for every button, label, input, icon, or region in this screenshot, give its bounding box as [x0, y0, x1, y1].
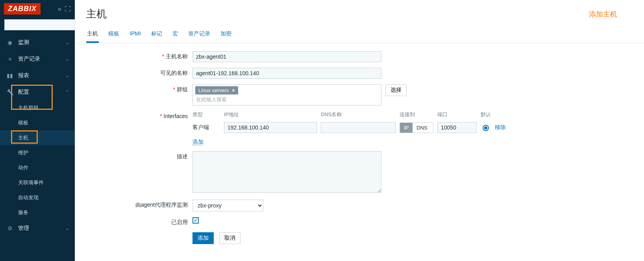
remove-tag-icon[interactable]: ×	[232, 87, 235, 93]
section-label: 监测	[18, 39, 65, 46]
label-host-name: 主机名称	[166, 53, 188, 59]
gear-icon: ⚙	[6, 225, 14, 231]
connect-to-toggle[interactable]: IP DNS	[400, 122, 433, 133]
sidebar-section-configuration[interactable]: 🔧 配置 ⌃	[0, 84, 75, 100]
enabled-checkbox[interactable]: ✓	[192, 217, 199, 224]
iface-type: 客户端	[192, 124, 224, 131]
remove-iface-link[interactable]: 移除	[495, 124, 506, 130]
tab-ipmi[interactable]: IPMI	[129, 28, 142, 43]
add-button[interactable]: 添加	[192, 232, 214, 244]
bar-chart-icon: ▮▮	[6, 72, 14, 79]
select-groups-button[interactable]: 选择	[385, 84, 407, 96]
sidebar-item-services[interactable]: 服务	[0, 205, 75, 220]
label-description: 描述	[177, 153, 188, 159]
iface-dns-input[interactable]	[321, 122, 396, 133]
sidebar-item-hostgroups[interactable]: 主机群组	[0, 100, 75, 115]
list-icon: ≡	[6, 56, 14, 62]
groups-placeholder: 在此输入搜索	[195, 94, 379, 104]
connect-to-dns[interactable]: DNS	[413, 123, 431, 133]
add-host-link[interactable]: 添加主机	[589, 9, 633, 19]
cancel-button[interactable]: 取消	[219, 232, 241, 244]
sidebar-item-maintenance[interactable]: 维护	[0, 145, 75, 160]
tab-bar: 主机 模板 IPMI 标记 宏 资产记录 加密	[75, 24, 644, 43]
sidebar-section-monitoring[interactable]: ◉ 监测 ⌄	[0, 34, 75, 51]
tab-inventory[interactable]: 资产记录	[187, 28, 211, 43]
eye-icon: ◉	[6, 39, 14, 46]
chevron-down-icon: ⌄	[65, 73, 69, 78]
col-default: 默认	[481, 111, 495, 118]
sidebar: ZABBIX « ⛶ 🔍 ◉ 监测 ⌄ ≡ 资产记录 ⌄ ▮▮ 报表 ⌄	[0, 0, 75, 261]
sidebar-item-hosts[interactable]: 主机	[0, 130, 75, 145]
label-visible-name: 可见的名称	[160, 70, 188, 76]
visible-name-input[interactable]	[192, 68, 381, 79]
sidebar-section-admin[interactable]: ⚙ 管理 ⌄	[0, 220, 75, 237]
collapse-icon[interactable]: «	[58, 6, 61, 13]
col-port: 端口	[437, 111, 481, 118]
tab-tags[interactable]: 标记	[150, 28, 163, 43]
iface-ip-input[interactable]	[224, 122, 317, 133]
proxy-select[interactable]: zbx-proxy	[192, 200, 263, 211]
label-enabled: 已启用	[171, 219, 188, 225]
label-monitored-by: 由agent代理程序监测	[135, 202, 188, 208]
sidebar-section-reports[interactable]: ▮▮ 报表 ⌄	[0, 67, 75, 84]
description-textarea[interactable]	[192, 151, 381, 193]
label-groups: 群组	[177, 86, 188, 93]
chevron-down-icon: ⌄	[65, 56, 69, 62]
sidebar-item-actions[interactable]: 动作	[0, 160, 75, 175]
groups-multiselect[interactable]: Linux servers × 在此输入搜索	[192, 84, 381, 106]
interfaces-header: 类型 IP地址 DNS名称 连接到 端口 默认	[192, 111, 514, 120]
wrench-icon: 🔧	[6, 89, 14, 95]
page-title: 主机	[86, 7, 107, 21]
group-tag-label: Linux servers	[198, 87, 229, 93]
sidebar-item-correlation[interactable]: 关联项事件	[0, 175, 75, 190]
chevron-up-icon: ⌃	[65, 89, 69, 95]
tab-host[interactable]: 主机	[86, 28, 99, 43]
fullscreen-icon[interactable]: ⛶	[65, 6, 71, 13]
sidebar-section-inventory[interactable]: ≡ 资产记录 ⌄	[0, 51, 75, 67]
col-conn: 连接到	[400, 111, 437, 118]
add-interface-link[interactable]: 添加	[192, 139, 204, 145]
iface-port-input[interactable]	[437, 122, 477, 133]
tab-templates[interactable]: 模板	[107, 28, 120, 43]
brand-logo: ZABBIX	[4, 3, 41, 15]
label-interfaces: Interfaces	[164, 113, 188, 119]
section-label: 配置	[18, 89, 65, 96]
host-name-input[interactable]	[192, 51, 381, 62]
section-label: 报表	[18, 72, 65, 79]
interface-row: 客户端 IP DNS 移除	[192, 120, 514, 135]
col-ip: IP地址	[224, 111, 321, 118]
sidebar-item-discovery[interactable]: 自动发现	[0, 190, 75, 205]
section-label: 管理	[18, 225, 65, 232]
chevron-down-icon: ⌄	[65, 226, 69, 231]
sidebar-item-templates[interactable]: 模板	[0, 115, 75, 130]
section-label: 资产记录	[18, 56, 65, 63]
connect-to-ip[interactable]: IP	[400, 123, 413, 133]
search-input[interactable]	[4, 19, 80, 30]
group-tag[interactable]: Linux servers ×	[195, 86, 238, 94]
tab-macros[interactable]: 宏	[172, 28, 179, 43]
default-iface-radio[interactable]	[483, 125, 489, 131]
col-type: 类型	[192, 111, 224, 118]
col-dns: DNS名称	[321, 111, 400, 118]
chevron-down-icon: ⌄	[65, 40, 69, 45]
tab-encryption[interactable]: 加密	[220, 28, 232, 43]
